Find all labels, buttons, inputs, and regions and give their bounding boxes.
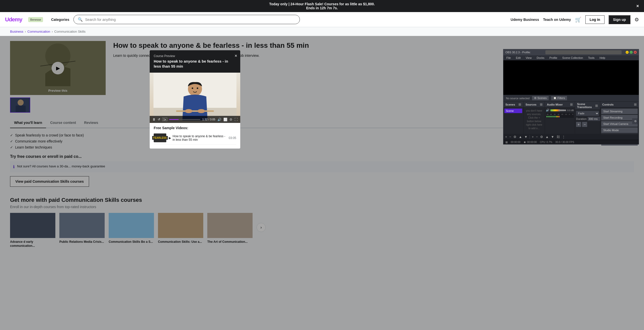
obs-trans-add[interactable]: + (576, 122, 581, 127)
breadcrumb-communication-skills: Communication Skills (54, 30, 86, 33)
svg-point-14 (197, 109, 205, 113)
svg-rect-30 (554, 116, 555, 117)
obs-virtual-camera-settings[interactable]: ⚙ (632, 118, 638, 124)
scenes-label: Scenes (505, 103, 515, 106)
obs-fader-1[interactable] (550, 109, 564, 111)
obs-menu-help[interactable]: Help (598, 56, 606, 60)
obs-properties-btn[interactable]: ⚙ Scenes (532, 96, 549, 100)
obs-transition-type[interactable]: Fade Cut Swipe (576, 111, 599, 116)
video-rewind-btn[interactable]: ↺ (158, 118, 160, 121)
obs-bars-icon: ▦ (505, 141, 508, 144)
settings-video-icon[interactable]: ⚙ (229, 118, 232, 121)
search-input[interactable] (85, 18, 296, 22)
obs-mute-1[interactable]: 🔊 (546, 109, 549, 112)
flash-subtext: Ends in 12h 7m 7s. (306, 6, 338, 10)
video-thumb: FEARLESS (154, 133, 166, 142)
volume-icon[interactable]: 🔊 (217, 118, 221, 121)
obs-tb-settings2[interactable]: ⚙ (539, 135, 544, 139)
sources-label: Sources (526, 103, 536, 106)
obs-controls-expand[interactable]: ⊞ (634, 103, 637, 106)
captions-icon[interactable]: ⬜ (223, 118, 227, 121)
video-speed[interactable]: 1x (162, 118, 167, 121)
obs-duration-input[interactable] (588, 117, 600, 121)
obs-minimize-btn[interactable]: − (626, 51, 629, 54)
obs-waveform: -60 -45 -30 -20 -15 -10 -5 0 (546, 113, 574, 118)
obs-time2: 00:00:00 (527, 141, 537, 144)
obs-scenes-expand[interactable]: ⊞ (518, 103, 521, 106)
video-person (150, 73, 240, 123)
svg-point-13 (185, 109, 192, 113)
obs-preview (503, 60, 639, 95)
obs-tb-settings[interactable]: ⚙ (513, 135, 517, 139)
obs-url-bar (545, 50, 622, 54)
obs-audio-expand[interactable]: ⊞ (570, 103, 573, 106)
breadcrumb: Business › Communication › Communication… (0, 27, 644, 36)
obs-virtual-camera-row: Start Virtual Camera ⚙ (601, 121, 638, 127)
obs-menu-profile[interactable]: Profile (548, 56, 558, 60)
svg-text:-45: -45 (550, 114, 552, 115)
props-label: Scenes (537, 97, 547, 100)
obs-tb-down2[interactable]: ▼ (550, 135, 555, 139)
flash-close[interactable]: × (636, 4, 639, 9)
svg-rect-24 (546, 116, 547, 117)
obs-sources-expand[interactable]: ⊞ (540, 103, 543, 106)
signup-button[interactable]: Sign up (609, 15, 630, 24)
obs-tb-remove[interactable]: − (509, 135, 512, 139)
obs-knob-1[interactable] (558, 110, 566, 111)
video-play-btn[interactable]: ⏸ (152, 117, 156, 121)
svg-rect-32 (556, 116, 557, 117)
obs-menu-scene-collection[interactable]: Scene Collection (561, 56, 584, 60)
login-button[interactable]: Log in (585, 15, 605, 24)
nav-categories[interactable]: Categories (51, 18, 69, 22)
modal-video-area: ⏸ ↺ 1x 1:32 / 3:05 🔊 ⬜ ⚙ ⛶ (150, 73, 240, 123)
obs-maximize-btn[interactable]: □ (630, 51, 633, 54)
nav-teach[interactable]: Teach on Udemy (543, 18, 571, 22)
video-list-item[interactable]: FEARLESS ▶ How to speak to anyone & be f… (154, 131, 236, 145)
fullscreen-icon[interactable]: ⛶ (234, 118, 238, 121)
nav-right: Udemy Business Teach on Udemy 🛒 Log in S… (511, 15, 639, 24)
obs-scene-item[interactable]: Scene (504, 109, 522, 113)
svg-rect-12 (176, 110, 214, 112)
svg-text:-15: -15 (561, 114, 563, 115)
obs-menu-docks[interactable]: Docks (536, 56, 545, 60)
obs-tb-remove2[interactable]: − (535, 135, 539, 139)
benesse-logo: Benesse (28, 17, 43, 22)
obs-transitions-expand[interactable]: ⊞ (595, 104, 598, 108)
obs-tb-up2[interactable]: ▲ (545, 135, 549, 139)
cart-icon[interactable]: 🛒 (575, 17, 581, 23)
obs-start-streaming-btn[interactable]: Start Streaming (601, 109, 638, 114)
svg-text:-5: -5 (569, 114, 570, 115)
video-controls: ⏸ ↺ 1x 1:32 / 3:05 🔊 ⬜ ⚙ ⛶ (150, 116, 240, 123)
nav-udemy-business[interactable]: Udemy Business (511, 18, 539, 22)
obs-tb-add[interactable]: + (504, 135, 508, 139)
obs-menu-view[interactable]: View (525, 56, 533, 60)
obs-titlebar: OBS 30.2.3 - Profile: − □ × (503, 49, 639, 55)
video-progress[interactable] (169, 119, 200, 120)
udemy-logo: Udemy (5, 16, 22, 23)
obs-sources-panel: Sources ⊞ you don't have any sources. Cl… (524, 102, 545, 134)
obs-studio-mode-btn[interactable]: Studio Mode (601, 127, 638, 133)
obs-tb-more[interactable]: ⋮ (561, 135, 566, 139)
transitions-label: Scene Transitions (577, 103, 595, 109)
obs-menu-file[interactable]: File (505, 56, 512, 60)
obs-trans-remove[interactable]: − (582, 122, 587, 127)
play-icon: ▶ (169, 136, 171, 140)
obs-menu-tools[interactable]: Tools (587, 56, 596, 60)
obs-filters-btn[interactable]: 🔲 Filters (551, 96, 567, 100)
obs-close-btn[interactable]: × (634, 51, 637, 54)
settings-icon[interactable]: ⚙ (634, 17, 639, 23)
obs-tb-up[interactable]: ▲ (518, 135, 523, 139)
breadcrumb-communication[interactable]: Communication (27, 30, 50, 33)
obs-source-bar: No source selected ⚙ Scenes 🔲 Filters (503, 95, 639, 101)
obs-scenes-content: Scene (503, 108, 523, 123)
breadcrumb-business[interactable]: Business (10, 30, 23, 33)
obs-tb-add2[interactable]: + (531, 135, 535, 139)
free-videos-label: Free Sample Videos: (150, 123, 240, 131)
modal-close-button[interactable]: × (234, 53, 237, 59)
obs-tb-link[interactable]: ⛓ (556, 135, 560, 139)
obs-tb-down[interactable]: ▼ (524, 135, 528, 139)
obs-audio-panel: Audio Mixer ⊞ 🔊 0.0 dB (545, 102, 575, 134)
obs-vol-1: 0.0 dB (565, 109, 574, 112)
svg-text:-30: -30 (553, 114, 556, 115)
obs-menu-edit[interactable]: Edit (515, 56, 522, 60)
